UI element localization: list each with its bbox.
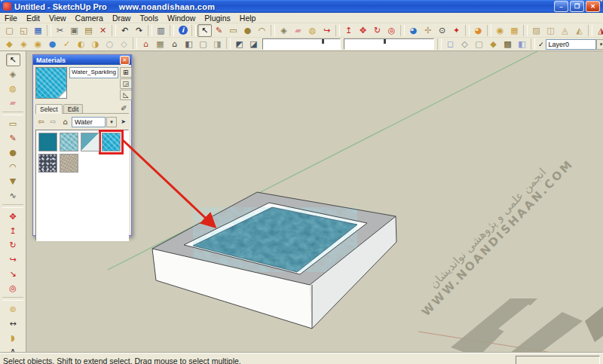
secondary-pane-toggle-button[interactable]: ◺	[120, 90, 132, 100]
make-component-button[interactable]: ◈	[277, 24, 291, 37]
push-pull-tool-button[interactable]: ↥	[341, 24, 356, 37]
follow-me-left-button[interactable]: ↪	[6, 253, 20, 266]
new-file-button[interactable]: ▢	[2, 24, 17, 37]
pool-model[interactable]	[152, 192, 396, 329]
add-detail-tool-button[interactable]: ◭	[572, 24, 586, 37]
stamp-tool-button[interactable]: ◫	[543, 24, 558, 37]
arc-left-button[interactable]: ◠	[6, 161, 20, 173]
layer-dropdown-arrow-icon[interactable]: ▾	[596, 39, 603, 50]
wireframe-mode-button[interactable]: ◇	[458, 38, 472, 50]
materials-dialog-titlebar[interactable]: Materials ✕	[33, 55, 131, 65]
scale-left-button[interactable]: ↘	[6, 268, 20, 280]
orbit-tool-button[interactable]: ◕	[406, 24, 421, 37]
swatch-stone[interactable]	[60, 154, 78, 173]
shaded-mode-button[interactable]: ◆	[486, 38, 500, 50]
flip-edge-tool-button[interactable]: ◮	[594, 24, 603, 37]
circle-left-button[interactable]: ●	[6, 146, 20, 159]
home-icon[interactable]: ⌂	[60, 116, 71, 127]
paste-button[interactable]: ▤	[81, 24, 96, 37]
paint-bucket-button[interactable]: ◍	[305, 24, 320, 37]
menu-camera[interactable]: Camera	[71, 14, 108, 23]
push-pull-left-button[interactable]: ↥	[6, 225, 20, 237]
previous-view-button[interactable]: ◕	[471, 24, 485, 37]
material-name-field[interactable]: Water_Sparkling	[69, 67, 118, 78]
collection-dropdown-arrow-icon[interactable]: ▾	[106, 117, 117, 127]
viewport[interactable]: انجمن علمی و پژوهشی نواندیشان WWW.NOANDI…	[26, 51, 603, 353]
collection-dropdown[interactable]: Water	[72, 117, 106, 127]
monochrome-mode-button[interactable]: ◧	[515, 38, 529, 50]
menu-edit[interactable]: Edit	[22, 14, 44, 23]
forward-arrow-icon[interactable]: ⇨	[47, 116, 59, 127]
delete-button[interactable]: ✕	[96, 24, 110, 37]
materials-close-button[interactable]: ✕	[120, 56, 130, 65]
swatch-water-translucent[interactable]	[81, 133, 99, 151]
swatch-water-sparkling[interactable]	[102, 133, 121, 151]
select-tool-button[interactable]: ↖	[197, 24, 212, 37]
eraser-tool-button[interactable]: ▰	[291, 24, 305, 37]
layer-dropdown[interactable]: Layer0	[546, 39, 596, 50]
title-bar[interactable]: Untitled - SketchUp Pro www.noandishaan.…	[0, 0, 603, 13]
open-file-button[interactable]: ◱	[17, 24, 31, 37]
offset-left-button[interactable]: ◎	[6, 282, 20, 295]
copy-button[interactable]: ▣	[67, 24, 81, 37]
dimension-tool-button[interactable]: ↔	[6, 317, 20, 330]
close-button[interactable]: ✕	[586, 1, 600, 12]
smoove-tool-button[interactable]: ▨	[529, 24, 543, 37]
rectangle-left-button[interactable]: ▭	[6, 118, 20, 130]
from-scratch-button[interactable]: ▦	[507, 24, 522, 37]
tab-select[interactable]: Select	[35, 104, 63, 114]
shadow-date-handle[interactable]	[322, 39, 324, 44]
follow-me-tool-button[interactable]: ↪	[320, 24, 334, 37]
sample-paint-icon[interactable]: ✐	[119, 103, 129, 113]
swatch-sparkle-dark[interactable]	[38, 154, 57, 173]
rotate-left-button[interactable]: ↻	[6, 239, 20, 252]
rectangle-tool-button[interactable]: ▭	[226, 24, 240, 37]
print-button[interactable]: ▥	[154, 24, 168, 37]
select-tool-left-button[interactable]: ↖	[6, 54, 20, 66]
move-tool-button[interactable]: ✥	[356, 24, 370, 37]
pan-tool-button[interactable]: ✢	[421, 24, 435, 37]
shadow-time-handle[interactable]	[384, 39, 386, 44]
shadow-toggle-button[interactable]: ◪	[246, 38, 261, 50]
style-button-8-button[interactable]: ○	[103, 38, 117, 50]
menu-tools[interactable]: Tools	[135, 14, 163, 23]
xray-mode-button[interactable]: ◻	[443, 38, 458, 50]
hidden-line-mode-button[interactable]: ▢	[472, 38, 486, 50]
restore-button[interactable]: ❐	[570, 1, 584, 12]
menu-plugins[interactable]: Plugins	[200, 14, 234, 23]
tape-measure-button[interactable]: ⊚	[6, 303, 20, 316]
protractor-tool-button[interactable]: ◗	[6, 332, 20, 344]
style-button-4-button[interactable]: ●	[45, 38, 60, 50]
style-button-1-button[interactable]: ◆	[2, 38, 17, 50]
line-left-button[interactable]: ✎	[6, 132, 20, 145]
zoom-extents-button[interactable]: ✦	[449, 24, 464, 37]
textured-mode-button[interactable]: ▩	[500, 38, 515, 50]
arc-tool-button[interactable]: ◠	[255, 24, 269, 37]
style-button-6-button[interactable]: ◐	[74, 38, 88, 50]
eraser-left-button[interactable]: ▰	[6, 96, 20, 109]
top-view-button[interactable]: ▦	[153, 38, 167, 50]
menu-view[interactable]: View	[44, 14, 71, 23]
freehand-left-button[interactable]: ∿	[6, 189, 20, 202]
model-info-button[interactable]: i	[176, 24, 190, 37]
back-arrow-icon[interactable]: ⇦	[35, 116, 47, 127]
save-button[interactable]: ▦	[31, 24, 45, 37]
rotate-tool-button[interactable]: ↻	[370, 24, 384, 37]
right-view-button[interactable]: ◧	[182, 38, 196, 50]
style-button-9-button[interactable]: ◇	[117, 38, 131, 50]
offset-tool-button[interactable]: ◎	[384, 24, 399, 37]
style-button-3-button[interactable]: ◉	[31, 38, 45, 50]
left-view-button[interactable]: ◨	[210, 38, 225, 50]
measurements-box[interactable]	[516, 356, 600, 364]
set-default-material-button[interactable]: ◲	[120, 78, 132, 89]
shadow-settings-button[interactable]: ◩	[232, 38, 246, 50]
polygon-left-button[interactable]: ▼	[6, 175, 20, 188]
zoom-tool-button[interactable]: ⊙	[435, 24, 449, 37]
circle-tool-button[interactable]: ●	[240, 24, 255, 37]
cut-button[interactable]: ✂	[53, 24, 67, 37]
tab-edit[interactable]: Edit	[63, 104, 84, 113]
style-button-7-button[interactable]: ◑	[88, 38, 103, 50]
in-model-icon[interactable]: ➤	[118, 116, 129, 127]
from-contours-button[interactable]: ◉	[493, 24, 507, 37]
shadow-time-slider[interactable]: 06:43 AM Noon 04:46 PM	[344, 38, 434, 50]
